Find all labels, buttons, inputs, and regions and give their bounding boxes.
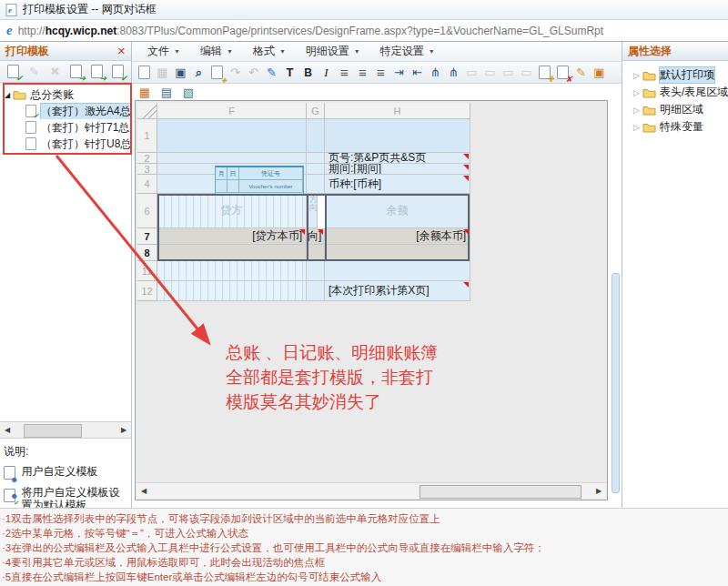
merge-all-icon[interactable] <box>518 64 535 81</box>
font-icon[interactable] <box>281 64 298 81</box>
grid-cell[interactable] <box>307 153 325 164</box>
property-item-special-vars[interactable]: 特殊变量 <box>622 118 728 136</box>
grid-cell[interactable] <box>157 119 307 153</box>
cell-period[interactable]: 期间:[期间] <box>325 164 470 175</box>
grid-cell[interactable] <box>325 245 470 261</box>
grid-cell[interactable] <box>307 119 325 153</box>
edit-template-button[interactable] <box>26 63 42 80</box>
grid-cell[interactable] <box>325 119 470 153</box>
split-cells-icon[interactable] <box>427 64 444 81</box>
expand-icon[interactable] <box>5 91 10 99</box>
cell-watermark-credit[interactable]: 贷方 <box>157 194 307 228</box>
import-template-button[interactable] <box>68 63 84 80</box>
cell-credit-field[interactable]: [贷方本币] <box>157 228 307 245</box>
row-header-6[interactable]: 6 <box>137 194 157 228</box>
print-preview-icon[interactable] <box>190 64 207 81</box>
merge-down-icon[interactable] <box>500 64 517 81</box>
undo-icon[interactable] <box>245 64 262 81</box>
formula-edit-icon[interactable] <box>263 64 280 81</box>
row-header-4[interactable]: 4 <box>137 175 157 194</box>
grid-corner-cell[interactable] <box>137 103 157 119</box>
merge-cells-icon[interactable] <box>463 64 480 81</box>
grid-cell[interactable] <box>307 175 325 194</box>
cell-currency[interactable]: 币种:[币种] <box>325 175 470 194</box>
set-default-template-button[interactable] <box>110 63 126 80</box>
cell-watermark-balance[interactable]: 余额 <box>325 194 470 228</box>
grid-cell[interactable] <box>157 164 307 175</box>
delete-page-icon[interactable] <box>554 64 571 81</box>
export-template-button[interactable] <box>89 63 105 80</box>
image-icon[interactable] <box>179 84 197 101</box>
column-header-F[interactable]: F <box>157 103 307 119</box>
grid-cell[interactable] <box>157 281 307 301</box>
close-panel-icon[interactable] <box>117 45 126 57</box>
insert-row-icon[interactable] <box>390 64 408 81</box>
page-setup-icon[interactable] <box>208 64 226 81</box>
align-right-icon[interactable] <box>372 64 389 81</box>
grid-cell[interactable] <box>157 245 307 261</box>
row-header-2[interactable]: 2 <box>137 153 157 164</box>
expand-icon[interactable] <box>633 123 640 132</box>
tree-item-laser-a4[interactable]: （套打）激光A4总账 <box>0 103 131 119</box>
new-document-icon[interactable] <box>136 64 153 81</box>
new-template-button[interactable] <box>5 63 21 80</box>
template-design-icon[interactable] <box>172 64 189 81</box>
canvas-vscrollbar[interactable] <box>612 273 620 493</box>
italic-icon[interactable] <box>318 64 335 81</box>
delete-template-button[interactable] <box>47 63 63 80</box>
grid-cell[interactable] <box>307 261 325 281</box>
menu-detail-settings[interactable]: 明细设置 <box>298 42 369 61</box>
row-header-11[interactable]: 11 <box>137 261 157 281</box>
cell-watermark-direction[interactable]: 方向 <box>307 194 318 228</box>
scroll-right-icon[interactable] <box>116 423 131 437</box>
grid-cell[interactable] <box>157 153 307 164</box>
tree-root-general-ledger[interactable]: 总分类账 <box>0 86 131 103</box>
edit-pencil-icon[interactable] <box>572 64 590 81</box>
cell-page-number[interactable]: 页号:第&P页共&S页 <box>325 153 470 164</box>
property-item-default-print[interactable]: 默认打印项 <box>622 66 728 84</box>
scroll-left-icon[interactable] <box>136 484 151 498</box>
property-item-header-footer[interactable]: 表头/表尾区域 <box>622 84 728 101</box>
split-columns-icon[interactable] <box>445 64 462 81</box>
row-header-8[interactable]: 8 <box>137 245 157 261</box>
column-header-H[interactable]: H <box>325 103 470 119</box>
align-left-icon[interactable] <box>336 64 353 81</box>
grid-icon[interactable] <box>136 84 154 101</box>
menu-edit[interactable]: 编辑 <box>192 42 241 61</box>
canvas-hscrollbar[interactable] <box>136 482 606 499</box>
scroll-right-icon[interactable] <box>592 484 606 498</box>
cell-print-total-pages[interactable]: [本次打印累计第X页] <box>325 281 470 301</box>
column-header-G[interactable]: G <box>307 103 325 119</box>
grid-cell[interactable] <box>157 261 307 281</box>
tree-item-pin71[interactable]: （套打）针打71总账 <box>0 119 131 136</box>
row-header-3[interactable]: 3 <box>137 164 157 175</box>
save-icon[interactable] <box>154 64 171 81</box>
grid-cell[interactable] <box>325 261 470 281</box>
property-item-detail-area[interactable]: 明细区域 <box>622 101 728 118</box>
bold-icon[interactable] <box>299 64 317 81</box>
row-header-7[interactable]: 7 <box>137 228 157 245</box>
expand-icon[interactable] <box>633 106 640 115</box>
menu-format[interactable]: 格式 <box>245 42 294 61</box>
add-page-icon[interactable] <box>536 64 553 81</box>
menu-specific-settings[interactable]: 特定设置 <box>372 42 443 61</box>
panel-icon[interactable] <box>157 84 176 101</box>
merge-across-icon[interactable] <box>481 64 499 81</box>
grid-cell[interactable] <box>157 175 307 194</box>
align-center-icon[interactable] <box>354 64 371 81</box>
row-header-1[interactable]: 1 <box>137 119 157 153</box>
redo-icon[interactable] <box>227 64 244 81</box>
menu-file[interactable]: 文件 <box>139 42 188 61</box>
insert-column-icon[interactable] <box>409 64 426 81</box>
tree-item-pinU8[interactable]: （套打）针打U8总账 <box>0 136 131 152</box>
page-frame-icon[interactable] <box>591 64 608 81</box>
grid-cell[interactable] <box>307 164 325 175</box>
grid-cell[interactable] <box>307 281 325 301</box>
row-header-12[interactable]: 12 <box>137 281 157 301</box>
scrollbar-thumb[interactable] <box>420 485 581 499</box>
scroll-left-icon[interactable] <box>0 423 15 437</box>
scrollbar-thumb[interactable] <box>24 424 82 438</box>
grid-cell[interactable] <box>307 245 325 261</box>
expand-icon[interactable] <box>633 71 640 80</box>
template-panel-hscrollbar[interactable] <box>0 421 131 439</box>
